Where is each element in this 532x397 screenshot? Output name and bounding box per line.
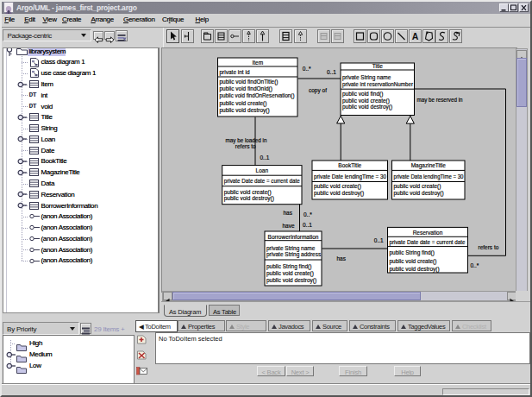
svg-text:private String address: private String address [266, 251, 322, 258]
svg-text:0..1: 0..1 [260, 154, 270, 161]
svg-text:0..1: 0..1 [303, 222, 312, 228]
svg-text:0..*: 0..* [471, 262, 479, 268]
svg-text:public void findOnId(): public void findOnId() [220, 85, 272, 92]
svg-text:public void findOnTitle(): public void findOnTitle() [220, 79, 279, 85]
svg-text:refers to: refers to [235, 143, 256, 149]
svg-text:BorrowerInformation: BorrowerInformation [268, 234, 319, 240]
svg-text:private int id: private int id [220, 69, 250, 76]
svg-text:0..1: 0..1 [327, 69, 336, 75]
svg-text:MagazineTitle: MagazineTitle [411, 162, 447, 169]
svg-text:private Date date = current da: private Date date = current date [224, 178, 300, 185]
svg-text:public void create(): public void create() [266, 270, 314, 277]
svg-text:public void destroy(): public void destroy() [220, 107, 270, 114]
svg-text:0..*: 0..* [304, 211, 312, 217]
svg-text:public void create(): public void create() [390, 258, 437, 265]
svg-text:0..1: 0..1 [374, 237, 384, 243]
svg-text:has: has [284, 210, 293, 216]
svg-text:may be reserved in: may be reserved in [417, 97, 463, 104]
svg-text:public void destroy(): public void destroy() [224, 195, 274, 202]
svg-text:Title: Title [372, 63, 383, 69]
svg-text:has: has [337, 255, 347, 262]
svg-text:public void create(): public void create() [314, 183, 361, 190]
svg-text:private Date lendingTime = 30: private Date lendingTime = 30 [314, 173, 386, 180]
svg-text:public void create(): public void create() [224, 189, 272, 196]
svg-text:A: A [411, 31, 418, 41]
svg-text:public void destroy(): public void destroy() [314, 190, 364, 197]
svg-text:private int reservationNumber: private int reservationNumber [342, 81, 414, 88]
svg-text:public void destroy(): public void destroy() [394, 190, 444, 197]
svg-text:public void findOnReservation(: public void findOnReservation() [220, 92, 295, 99]
svg-text:public void destroy(): public void destroy() [390, 266, 440, 273]
svg-text:public void destroy(): public void destroy() [342, 104, 392, 110]
svg-text:public void destroy(): public void destroy() [266, 277, 316, 284]
svg-text:refers to: refers to [479, 244, 499, 250]
svg-text:Reservation: Reservation [413, 230, 443, 236]
svg-text:0..*: 0..* [303, 66, 311, 72]
svg-text:Loan: Loan [256, 167, 269, 173]
svg-text:copy of: copy of [309, 87, 327, 94]
svg-text:public void create(): public void create() [394, 183, 441, 190]
svg-text:private Date date = current da: private Date date = current date [390, 239, 466, 246]
svg-text:public void create(): public void create() [220, 100, 267, 107]
svg-text:public String find(): public String find() [266, 263, 311, 270]
svg-text:private Data lendingTime = 30: private Data lendingTime = 30 [394, 173, 464, 180]
svg-text:BookTitle: BookTitle [338, 162, 361, 168]
svg-text:Item: Item [252, 60, 263, 66]
svg-text:have: have [283, 223, 295, 229]
svg-text:public String find(): public String find() [390, 249, 435, 256]
